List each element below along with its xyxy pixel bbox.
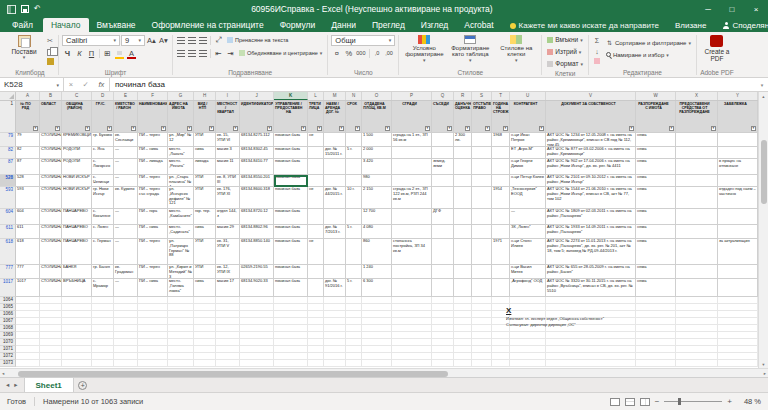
cell[interactable] [92,339,114,346]
cell[interactable] [62,325,92,332]
cell[interactable] [676,346,718,353]
cell[interactable]: ВРЪБНИЦА [62,279,92,297]
fill-down-icon[interactable]: ↓ [592,47,602,56]
cell[interactable]: с. Мрамор [92,279,114,297]
cell[interactable] [718,133,758,147]
cell[interactable] [676,360,718,367]
cell[interactable]: АКТ ЧОС № 877 от 03.02.2006 г. на кмета … [546,147,636,159]
filter-button-icon[interactable]: ▾ [209,126,214,131]
cell[interactable]: — [114,175,138,187]
cell[interactable] [392,339,432,346]
cell[interactable] [392,209,432,225]
zoom-out-button[interactable]: − [655,397,660,406]
cell[interactable] [62,318,92,325]
cell[interactable] [472,225,492,239]
cell[interactable] [454,225,472,239]
cell[interactable]: отдел 144, з [216,209,240,225]
cell[interactable]: починал база [274,239,308,265]
cell[interactable]: СТОЛИЧНА [40,265,62,279]
cell[interactable]: нива [194,147,216,159]
cell[interactable] [274,311,308,318]
cell[interactable]: 528 [16,175,40,187]
cell[interactable]: ул. „Искърско дефиле“ № 121 [168,187,194,209]
filter-button-icon[interactable]: ▾ [33,126,38,131]
cell[interactable]: кв. Курило [114,187,138,209]
vertical-scrollbar[interactable]: ▴ ▾ [758,92,768,368]
conditional-formatting-button[interactable]: Условно форматиране ▾ [402,34,446,63]
cell[interactable] [472,159,492,175]
cell[interactable] [346,318,362,325]
cancel-icon[interactable]: × [69,80,73,89]
cell[interactable]: 12 700 [362,209,392,225]
tab-data[interactable]: Данни [323,18,364,32]
cell[interactable]: — [114,279,138,297]
vertical-scroll-thumb[interactable] [761,140,767,204]
cell[interactable] [432,225,454,239]
cell[interactable] [92,311,114,318]
cell[interactable] [432,325,454,332]
align-top-icon[interactable] [177,37,185,44]
sign-in-button[interactable]: Влизане [667,19,714,32]
cell[interactable]: 604 [16,209,40,225]
filter-button-icon[interactable]: ▾ [317,126,322,131]
cell[interactable] [346,304,362,311]
maximize-button[interactable]: □ [720,0,744,18]
cell[interactable] [40,318,62,325]
cell[interactable] [492,175,510,187]
cell[interactable] [472,147,492,159]
cell[interactable]: ЕТ „Агро-М“ [510,147,546,159]
cell[interactable]: 87 [16,159,40,175]
cell[interactable] [676,297,718,304]
cell[interactable]: н-ци Стоян Илиев [510,239,546,265]
cell[interactable] [718,318,758,325]
cell[interactable] [40,325,62,332]
header-cell-A[interactable]: № ПО РЕД▾ [16,101,40,133]
cell[interactable] [510,332,546,339]
cell[interactable] [454,304,472,311]
cell[interactable] [718,325,758,332]
italic-button[interactable]: К [74,48,85,59]
cell[interactable] [636,360,676,367]
enter-icon[interactable]: ✓ [83,80,89,89]
cell[interactable] [240,311,274,318]
cell[interactable] [40,304,62,311]
cell[interactable] [194,332,216,339]
tab-page-layout[interactable]: Оформление на страниците [144,18,272,32]
cell[interactable]: 777 [16,265,40,279]
cell[interactable]: „Техносервиз“ ЕООД [510,187,546,209]
zoom-in-button[interactable]: + [727,397,732,406]
cell[interactable] [308,147,324,159]
cell[interactable] [472,325,492,332]
cell[interactable]: ул. „Патриарх Герман“ № 88 [168,239,194,265]
name-box[interactable]: K528 ▾ [0,78,64,91]
header-cell-G[interactable]: АДРЕС НА ИМОТА▾ [168,101,194,133]
merge-center-button[interactable]: Обединяване и центриране ▾ [237,48,324,59]
comma-style-button[interactable]: 000 [355,48,366,59]
column-header-M[interactable]: M [324,92,346,100]
cell[interactable] [492,360,510,367]
tab-home[interactable]: Начало [43,18,89,32]
cell[interactable]: „Агрофонд“ ООД [510,279,546,297]
cell[interactable]: местн. „Камбаните“ [168,209,194,225]
cell[interactable]: АКТ ЧОС № 1809 от 02.03.2011 г. на кмета… [546,209,636,225]
cell[interactable] [274,346,308,353]
cell[interactable] [16,318,40,325]
cell[interactable] [216,360,240,367]
cell[interactable]: с. Локорско [92,159,114,175]
column-header-A[interactable]: A [16,92,40,100]
cell[interactable]: ПИ – терен [138,265,168,279]
header-cell-S[interactable]: ОТСТЪПЕНО ПРАВО▾ [472,101,492,133]
header-cell-F[interactable]: НАИМЕНОВАНИЕ▾ [138,101,168,133]
cell[interactable]: кв. 8, УПИ III [216,175,240,187]
clear-icon[interactable] [594,58,600,64]
cell[interactable]: 2 300 лв. [454,133,472,147]
minimize-button[interactable]: ─ [696,0,720,18]
cell[interactable] [114,339,138,346]
cell[interactable] [138,353,168,360]
cell[interactable]: гор. тер. [194,209,216,225]
zoom-level[interactable]: 48 % [737,397,761,406]
cell[interactable] [138,304,168,311]
cell[interactable] [454,187,472,209]
row-number[interactable]: 777 [0,265,16,279]
header-cell-T[interactable]: ГОДИНА НА СТРОЕЖ▾ [492,101,510,133]
